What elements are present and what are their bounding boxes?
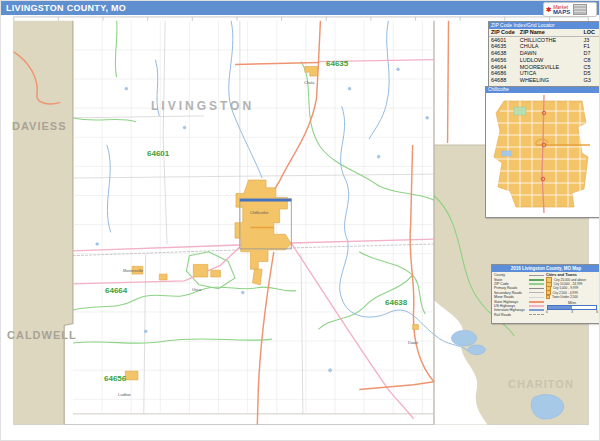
col-zip-name: ZIP Name [518, 29, 582, 36]
table-row: 64688 WHEELING G3 [489, 77, 600, 84]
name-cell: UTICA [518, 70, 582, 77]
state-hwy-swatch [529, 301, 544, 303]
zip-label-64601: 64601 [147, 149, 169, 158]
zip-label-64664: 64664 [105, 286, 127, 295]
inset-canvas [486, 93, 598, 215]
marketmaps-logo: ✱ Market MAPS [543, 2, 597, 17]
town-dot [546, 295, 550, 299]
map-page: LIVINGSTON COUNTY, MO ✱ Market MAPS [0, 0, 600, 441]
logo-word-maps: MAPS [553, 10, 570, 15]
logo-badge-icon [573, 4, 587, 15]
name-cell: CHILLICOTHE [518, 36, 582, 43]
loc-cell: J3 [581, 36, 600, 43]
zip-label-64638: 64638 [385, 298, 407, 307]
loc-cell: D5 [581, 70, 600, 77]
legend-line-items: County State ZIP Code Primary Roads Seco… [494, 273, 544, 317]
zip-index-title: ZIP Code Index/Grid Locator [489, 22, 600, 29]
table-row: 64686 UTICA D5 [489, 70, 600, 77]
logo-star-icon: ✱ [546, 6, 552, 13]
page-title: LIVINGSTON COUNTY, MO [1, 1, 600, 15]
name-cell: DAWN [518, 50, 582, 57]
map-legend: 2016 Livingston County, MO Map County St… [491, 264, 600, 324]
town-label-dawn: Dawn [408, 340, 418, 345]
zip-index-header-row: ZIP Code ZIP Name LOC [489, 29, 600, 36]
table-row: 64656 LUDLOW C8 [489, 57, 600, 64]
county-label-caldwell: CALDWELL [7, 329, 77, 341]
zip-cell: 64635 [489, 43, 518, 50]
county-label-chariton: CHARITON [508, 378, 574, 390]
table-row: 64635 CHULA F1 [489, 43, 600, 50]
zip-cell: 64688 [489, 77, 518, 84]
railroad-swatch [529, 314, 544, 315]
county-line-swatch [529, 275, 544, 276]
scale-ticks: 036 [546, 310, 598, 314]
legend-item: Rail Roads [494, 313, 544, 317]
city-inset-map: Chillicothe [485, 86, 600, 218]
zip-cell: 64601 [489, 36, 518, 43]
loc-cell: F1 [581, 43, 600, 50]
county-label-daviess: DAVIESS [12, 120, 66, 132]
zip-cell: 64638 [489, 50, 518, 57]
legend-title: 2016 Livingston County, MO Map [492, 265, 600, 272]
scale-bar: Miles 036 [546, 301, 598, 314]
town-label-chula: Chula [304, 80, 314, 85]
loc-cell: C8 [581, 57, 600, 64]
city-size-item: Town Under 2,500 [546, 295, 598, 299]
town-label-chillicothe: Chillicothe [250, 210, 268, 215]
col-zip-code: ZIP Code [489, 29, 518, 36]
town-label-utica: Utica [192, 287, 201, 292]
zip-index-table: ZIP Code Index/Grid Locator ZIP Code ZIP… [488, 21, 600, 88]
town-label-mooresville: Mooresville [123, 268, 143, 273]
county-label-livingston: LIVINGSTON [151, 99, 254, 113]
zip-cell: 64686 [489, 70, 518, 77]
interstate-swatch [529, 309, 544, 311]
name-cell: WHEELING [518, 77, 582, 84]
loc-cell: C5 [581, 64, 600, 71]
zip-label-64656: 64656 [104, 374, 126, 383]
loc-cell: G3 [581, 77, 600, 84]
zip-label-64635: 64635 [326, 59, 348, 68]
table-row: 64601 CHILLICOTHE J3 [489, 36, 600, 43]
us-hwy-swatch [529, 305, 544, 307]
name-cell: CHULA [518, 43, 582, 50]
zip-cell: 64656 [489, 57, 518, 64]
table-row: 64638 DAWN D7 [489, 50, 600, 57]
zip-cell: 64664 [489, 64, 518, 71]
minor-road-swatch [529, 297, 544, 298]
col-loc: LOC [581, 29, 600, 36]
loc-cell: D7 [581, 50, 600, 57]
zip-line-swatch [529, 283, 544, 285]
secondary-road-swatch [529, 292, 544, 293]
name-cell: MOORESVILLE [518, 64, 582, 71]
table-row: 64664 MOORESVILLE C5 [489, 64, 600, 71]
name-cell: LUDLOW [518, 57, 582, 64]
scale-bar-graphic [547, 305, 597, 310]
legend-cities-column: Cities and Towns City 25,000 and above C… [544, 273, 598, 317]
state-line-swatch [529, 279, 544, 281]
town-label-ludlow: Ludlow [118, 392, 131, 397]
primary-road-swatch [529, 288, 544, 289]
